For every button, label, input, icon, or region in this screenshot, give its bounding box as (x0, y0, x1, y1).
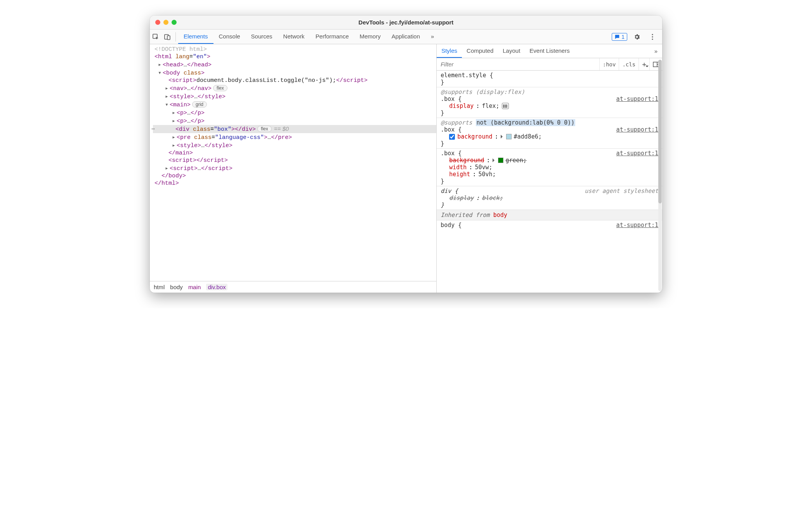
flex-editor-icon[interactable] (502, 103, 509, 109)
hov-toggle[interactable]: :hov (599, 58, 619, 70)
main-tabs: Elements Console Sources Network Perform… (178, 29, 439, 44)
kebab-menu-icon[interactable] (647, 29, 658, 44)
tab-elements[interactable]: Elements (178, 29, 213, 44)
styles-filter-bar: :hov .cls + (437, 58, 662, 71)
source-link[interactable]: at-support:1 (616, 150, 658, 157)
grid-badge[interactable]: grid (192, 101, 207, 108)
svg-point-5 (652, 38, 653, 40)
main-toolbar: Elements Console Sources Network Perform… (150, 29, 662, 44)
source-link[interactable]: at-support:1 (616, 95, 658, 102)
chevron-right-icon[interactable]: ▸ (172, 142, 177, 149)
tab-sources[interactable]: Sources (246, 29, 278, 44)
rule-box[interactable]: .box {at-support:1 background:green; wid… (437, 149, 662, 186)
color-swatch-icon[interactable] (506, 134, 512, 139)
inline-script: document.body.classList.toggle("no-js"); (196, 77, 336, 84)
rule-supports-not-lab[interactable]: @supports not (background:lab(0% 0 0)) .… (437, 118, 662, 149)
scrollbar-thumb[interactable] (658, 60, 662, 203)
separator (175, 32, 176, 42)
scrollbar[interactable] (658, 60, 662, 291)
crumb-html[interactable]: html (154, 284, 165, 290)
chevron-down-icon[interactable]: ▾ (158, 69, 163, 76)
rule-element-style[interactable]: element.style { } (437, 71, 662, 87)
color-swatch-icon[interactable] (498, 158, 503, 163)
chevron-right-icon[interactable]: ▸ (172, 117, 177, 125)
chevron-right-icon[interactable]: ▸ (158, 61, 163, 68)
close-icon[interactable] (155, 20, 160, 25)
gear-icon[interactable] (631, 29, 643, 44)
new-style-rule-icon[interactable]: + (638, 58, 649, 70)
svg-point-4 (652, 36, 653, 37)
traffic-lights (155, 20, 177, 25)
svg-point-3 (652, 34, 653, 35)
flex-badge[interactable]: flex (213, 85, 227, 91)
chevron-right-icon[interactable]: ▸ (172, 134, 177, 141)
issues-count: 1 (621, 34, 625, 40)
content: <!DOCTYPE html> <html lang="en"> ▸<head>… (150, 44, 662, 293)
dom-doctype: <!DOCTYPE html> (154, 46, 207, 53)
subtab-eventlisteners[interactable]: Event Listeners (525, 44, 574, 58)
cls-toggle[interactable]: .cls (619, 58, 638, 70)
dom-tree[interactable]: <!DOCTYPE html> <html lang="en"> ▸<head>… (150, 44, 436, 281)
chevron-right-icon[interactable]: ▸ (165, 85, 170, 92)
minimize-icon[interactable] (163, 20, 168, 25)
tab-application[interactable]: Application (386, 29, 425, 44)
titlebar: DevTools - jec.fyi/demo/at-support (150, 16, 662, 29)
chevron-down-icon[interactable]: ▾ (165, 101, 170, 108)
window-title: DevTools - jec.fyi/demo/at-support (150, 19, 662, 26)
devtools-window: DevTools - jec.fyi/demo/at-support Eleme… (150, 16, 662, 293)
rule-div-ua[interactable]: div {user agent stylesheet display: bloc… (437, 186, 662, 210)
eq-zero: == $0 (274, 125, 289, 132)
tab-network[interactable]: Network (278, 29, 310, 44)
issues-badge[interactable]: 1 (612, 33, 627, 41)
crumb-main[interactable]: main (188, 284, 201, 290)
styles-rules[interactable]: element.style { } @supports (display:fle… (437, 71, 662, 293)
tab-console[interactable]: Console (213, 29, 246, 44)
svg-rect-2 (167, 36, 170, 40)
expand-icon[interactable] (501, 135, 505, 139)
crumb-body[interactable]: body (170, 284, 183, 290)
breadcrumb: html body main div.box (150, 281, 436, 293)
elements-panel: <!DOCTYPE html> <html lang="en"> ▸<head>… (150, 44, 437, 293)
flex-badge[interactable]: flex (257, 126, 272, 132)
expand-icon[interactable] (493, 158, 496, 162)
decl-checkbox[interactable] (449, 134, 455, 140)
tab-memory[interactable]: Memory (354, 29, 386, 44)
svg-rect-6 (653, 62, 659, 67)
styles-subtabs: Styles Computed Layout Event Listeners » (437, 44, 662, 58)
subtab-layout[interactable]: Layout (498, 44, 525, 58)
selected-dom-node[interactable]: <div class="box"></div>flex== $0 (153, 125, 436, 133)
source-link[interactable]: at-support:1 (616, 222, 658, 229)
source-link[interactable]: at-support:1 (616, 126, 658, 133)
zoom-icon[interactable] (172, 20, 177, 25)
device-toggle-icon[interactable] (161, 29, 173, 44)
chevron-right-icon[interactable]: ▸ (172, 109, 177, 116)
inspect-icon[interactable] (150, 29, 161, 44)
subtab-styles[interactable]: Styles (437, 44, 462, 58)
more-tabs-icon[interactable]: » (425, 29, 439, 44)
more-subtabs-icon[interactable]: » (650, 48, 662, 54)
chevron-right-icon[interactable]: ▸ (165, 165, 170, 172)
ua-stylesheet-label: user agent stylesheet (585, 187, 658, 194)
styles-panel: Styles Computed Layout Event Listeners »… (437, 44, 662, 293)
rule-body[interactable]: body {at-support:1 (437, 220, 662, 230)
crumb-selected[interactable]: div.box (206, 284, 227, 290)
inherited-separator: Inherited from body (437, 210, 662, 220)
subtab-computed[interactable]: Computed (462, 44, 498, 58)
rule-supports-flex[interactable]: @supports (display:flex) .box {at-suppor… (437, 87, 662, 118)
supports-highlight: not (background:lab(0% 0 0)) (476, 119, 576, 126)
chevron-right-icon[interactable]: ▸ (165, 93, 170, 100)
tab-performance[interactable]: Performance (310, 29, 354, 44)
styles-filter-input[interactable] (437, 61, 599, 68)
